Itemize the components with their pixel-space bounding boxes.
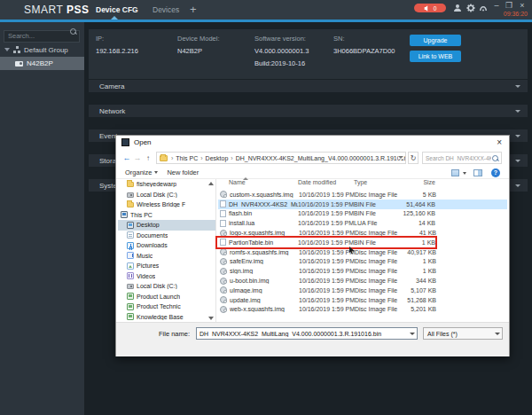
clock: 09:36:20 [504, 11, 528, 17]
tree-item[interactable]: fisheyedewarp [118, 179, 215, 190]
dialog-search-box[interactable]: Search DH_NVR4XXX-4KS2_M... [422, 152, 502, 164]
tree-item[interactable]: Videos [118, 271, 215, 282]
file-row[interactable]: PartionTable.bin10/16/2019 1:59 PMBIN Fi… [218, 238, 507, 247]
upgrade-button[interactable]: Upgrade [410, 35, 461, 46]
column-date-modified[interactable]: Date modified [298, 179, 354, 190]
new-tab-button[interactable]: + [190, 3, 197, 16]
disc-image-icon [220, 248, 227, 255]
build-value: Build:2019-10-16 [254, 59, 305, 67]
tree-item[interactable]: Downloads [118, 240, 215, 251]
scroll-down-icon[interactable] [208, 317, 214, 320]
tree-item-this-pc[interactable]: This PC [118, 210, 215, 221]
tab-devices[interactable]: Devices [153, 5, 179, 14]
file-row[interactable]: web-x.squashfs.img10/16/2019 1:59 PMDisc… [218, 305, 507, 315]
column-type[interactable]: Type [354, 179, 400, 190]
new-folder-button[interactable]: New folder [167, 168, 199, 176]
breadcrumb-folder[interactable]: DH_NVR4XXX-4KS2_MultiLang_V4.000.0000001… [235, 155, 406, 161]
gear-icon[interactable] [466, 3, 475, 12]
breadcrumb-desktop[interactable]: Desktop [205, 155, 230, 161]
tree-item[interactable]: Local Disk (C:) [118, 190, 215, 200]
maximize-button[interactable]: ❐ [504, 1, 514, 10]
tree-item[interactable]: Music [118, 251, 215, 262]
file-name-combobox[interactable]: DH_NVR4XXX-4KS2_MultiLang_V4.000.0000001… [196, 327, 418, 340]
app-window: SMART PSS Device CFG Devices + 0 – ❐ × 0… [0, 0, 532, 415]
file-row[interactable]: install.lua10/16/2019 1:59 PMLUA File14 … [218, 218, 507, 228]
file-row-selected[interactable]: DH_NVR4XXX-4KS2_MultiLang_V4.000.00...10… [218, 200, 507, 209]
tree-item[interactable]: Product Launch [118, 292, 215, 302]
up-icon[interactable]: ↑ [143, 154, 153, 162]
computer-icon [121, 211, 128, 218]
breadcrumb-this-pc[interactable]: This PC [175, 155, 199, 161]
home-icon[interactable] [478, 3, 488, 12]
expand-caret-icon[interactable] [4, 48, 10, 51]
dialog-app-icon [121, 138, 129, 146]
music-icon [127, 252, 134, 259]
ip-value: 192.168.2.216 [96, 47, 138, 55]
file-row[interactable]: sign.img10/16/2019 1:59 PMDisc Image Fil… [218, 266, 507, 276]
minimize-button[interactable]: – [491, 1, 502, 10]
column-size[interactable]: Size [400, 179, 435, 190]
scroll-up-icon[interactable] [208, 182, 214, 185]
file-row[interactable]: flash.bin10/16/2019 1:59 PMBIN File125,1… [218, 209, 507, 219]
open-file-dialog: Open × ← → ↑ › This PC › Desktop › DH_NV… [115, 135, 510, 356]
dialog-title-bar: Open × [116, 136, 509, 149]
search-input[interactable] [4, 30, 80, 43]
file-row[interactable]: uImage.img10/16/2019 1:59 PMDisc Image F… [218, 286, 507, 295]
group-row[interactable]: Default Group [0, 43, 84, 56]
tree-item[interactable]: Wireless Bridge F [118, 200, 215, 210]
user-icon[interactable] [452, 3, 462, 12]
view-dropdown-icon[interactable] [463, 172, 466, 175]
file-list: Name Date modified Type Size custom-x.sq… [218, 179, 507, 322]
back-icon[interactable]: ← [121, 153, 132, 162]
preview-pane-icon[interactable] [473, 169, 482, 176]
bin-file-icon [220, 210, 226, 217]
folder-tree: fisheyedewarp Local Disk (C:) Wireless B… [118, 179, 215, 322]
refresh-icon[interactable]: ↻ [408, 152, 419, 164]
search-icon [492, 155, 499, 162]
tab-device-cfg[interactable]: Device CFG [96, 5, 138, 14]
device-icon [15, 61, 23, 67]
section-network[interactable]: Network [89, 105, 528, 117]
tree-item-desktop[interactable]: Desktop [118, 220, 215, 231]
file-row[interactable]: romfs-x.squashfs.img10/16/2019 1:59 PMDi… [218, 247, 507, 257]
tree-item[interactable]: Pictures [118, 261, 215, 271]
disk-icon [127, 192, 134, 198]
tree-item[interactable]: Product Technic [118, 301, 215, 312]
file-row[interactable]: u-boot.bin.img10/16/2019 1:59 PMDisc Ima… [218, 276, 507, 286]
pictures-icon [127, 262, 134, 270]
help-icon[interactable]: ? [491, 168, 500, 177]
pane-divider [215, 179, 216, 322]
file-row[interactable]: logo-x.squashfs.img10/16/2019 1:59 PMDis… [218, 228, 507, 238]
dialog-body: fisheyedewarp Local Disk (C:) Wireless B… [116, 179, 509, 322]
section-label: Camera [99, 82, 124, 90]
disc-image-icon [220, 296, 227, 303]
speaker-icon [424, 5, 430, 12]
device-row-selected[interactable]: N42B2P [0, 57, 84, 70]
column-name[interactable]: Name [218, 179, 298, 190]
chevron-down-icon[interactable] [495, 333, 500, 335]
dialog-close-icon[interactable]: × [497, 137, 502, 147]
close-button[interactable]: × [517, 1, 528, 10]
logo-smart: SMART [24, 4, 63, 16]
tree-item[interactable]: Documents [118, 231, 215, 241]
forward-icon[interactable]: → [132, 153, 143, 162]
file-row[interactable]: safeEnv.img10/16/2019 1:59 PMDisc Image … [218, 257, 507, 267]
address-dropdown-icon[interactable] [398, 156, 403, 159]
dialog-title: Open [134, 138, 152, 146]
change-view-icon[interactable] [451, 169, 459, 176]
file-row[interactable]: update.img10/16/2019 1:59 PMDisc Image F… [218, 295, 507, 305]
file-type-filter[interactable]: All Files (*) [423, 327, 503, 340]
dropdown-icon [154, 171, 158, 174]
tree-item[interactable]: Knowledge Base [118, 312, 215, 323]
filter-value: All Files (*) [427, 331, 458, 337]
breadcrumb[interactable]: › This PC › Desktop › DH_NVR4XXX-4KS2_Mu… [156, 152, 406, 164]
file-rows: custom-x.squashfs.img10/16/2019 1:59 PMD… [218, 190, 507, 314]
link-to-web-button[interactable]: Link to WEB [410, 51, 461, 62]
section-camera[interactable]: Camera [89, 80, 528, 92]
organize-button[interactable]: Organize [125, 168, 158, 176]
tree-item[interactable]: Local Disk (C:) [118, 281, 215, 292]
chevron-down-icon[interactable] [410, 333, 415, 335]
alarm-badge[interactable]: 0 [414, 4, 446, 12]
chevron-down-icon [515, 160, 520, 162]
file-row[interactable]: custom-x.squashfs.img10/16/2019 1:59 PMD… [218, 190, 507, 200]
